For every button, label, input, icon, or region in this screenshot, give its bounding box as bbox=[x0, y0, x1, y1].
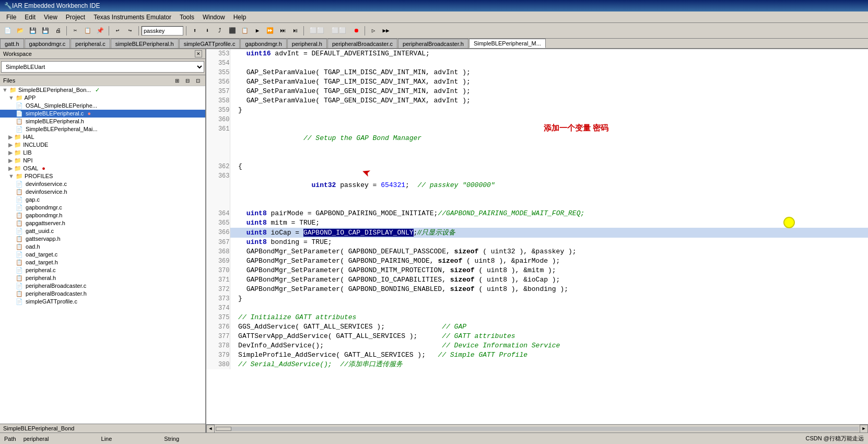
menu-view[interactable]: View bbox=[40, 13, 62, 22]
redo-button[interactable]: ↪ bbox=[124, 25, 136, 37]
tb-btn4[interactable]: ⬛ bbox=[227, 25, 238, 37]
tree-osal-file[interactable]: 📄 OSAL_SimpleBLEPeriphe... bbox=[0, 102, 205, 110]
workspace-header: Workspace ✕ bbox=[0, 49, 205, 59]
open-button[interactable]: 📂 bbox=[15, 25, 26, 37]
scroll-thumb[interactable] bbox=[216, 427, 231, 431]
tb-btn8[interactable]: ⏭ bbox=[277, 25, 288, 37]
status-right: CSDN @行稳万能走远 bbox=[806, 435, 864, 442]
tree-oad-target-c[interactable]: 📄 oad_target.c bbox=[0, 251, 205, 259]
include-folder-label: INCLUDE bbox=[23, 142, 48, 148]
files-icon-3[interactable]: ⊡ bbox=[194, 76, 202, 85]
app-title: IAR Embedded Workbench IDE bbox=[12, 2, 100, 9]
tree-simpleBLEPeripheral-c[interactable]: 📄 simpleBLEPeripheral.c ● bbox=[0, 110, 205, 118]
tree-simpleBLEPeripheral-mai[interactable]: 📄 SimpleBLEPeripheral_Mai... bbox=[0, 125, 205, 133]
tab-simpleBLEPeripheral-main[interactable]: SimpleBLEPeripheral_M... bbox=[469, 39, 546, 48]
sep4 bbox=[186, 26, 186, 36]
menu-help[interactable]: Help bbox=[229, 13, 251, 22]
tree-gapgattserver-h[interactable]: 📋 gapgattserver.h bbox=[0, 219, 205, 227]
code-area[interactable]: 353 uint16 advInt = DEFAULT_ADVERTISING_… bbox=[206, 49, 868, 424]
files-icon-1[interactable]: ⊞ bbox=[173, 76, 181, 85]
tab-simpleBLEPeripheral-h[interactable]: simpleBLEPeripheral.h bbox=[111, 39, 179, 48]
menu-window[interactable]: Window bbox=[198, 13, 229, 22]
paste-button[interactable]: 📌 bbox=[95, 25, 106, 37]
tree-gattservapp-h[interactable]: 📋 gattservapp.h bbox=[0, 235, 205, 243]
tree-oad-h[interactable]: 📋 oad.h bbox=[0, 243, 205, 251]
tab-peripheral-c[interactable]: peripheral.c bbox=[71, 39, 110, 48]
tree-peripheral-h[interactable]: 📋 peripheral.h bbox=[0, 274, 205, 282]
tb-btn6[interactable]: ▶ bbox=[252, 25, 263, 37]
tree-root[interactable]: ▼ 📁 SimpleBLEPeripheral_Bon... ✓ bbox=[0, 86, 205, 94]
scroll-track[interactable] bbox=[216, 427, 859, 431]
tb-btn10[interactable]: ⬜⬜ bbox=[307, 25, 327, 37]
tb-btn7[interactable]: ⏩ bbox=[264, 25, 276, 37]
tab-gapbondmgr-c[interactable]: gapbondmgr.c bbox=[25, 39, 71, 48]
tree-hal-folder[interactable]: ▶ 📁 HAL bbox=[0, 133, 205, 141]
tb-btn5[interactable]: 📋 bbox=[239, 25, 251, 37]
npi-folder-label: NPI bbox=[23, 157, 32, 163]
save-button[interactable]: 💾 bbox=[27, 25, 39, 37]
tab-peripheralBroadcaster-c[interactable]: peripheralBroadcaster.c bbox=[327, 39, 397, 48]
code-line-371: 371 GAPBondMgr_SetParameter( GAPBOND_IO_… bbox=[206, 275, 868, 285]
tab-peripheral-h[interactable]: peripheral.h bbox=[287, 39, 327, 48]
tree-devinfoservice-h[interactable]: 📋 devinfoservice.h bbox=[0, 188, 205, 196]
cut-button[interactable]: ✂ bbox=[69, 25, 81, 37]
tab-gatt-h[interactable]: gatt.h bbox=[0, 39, 24, 48]
app-folder-label: APP bbox=[24, 95, 36, 101]
tree-simpleBLEPeripheral-h[interactable]: 📋 simpleBLEPeripheral.h bbox=[0, 118, 205, 125]
line-label: Line bbox=[101, 436, 112, 442]
tb-btn11[interactable]: ⬜⬜ bbox=[329, 25, 349, 37]
menu-tools[interactable]: Tools bbox=[175, 13, 198, 22]
code-line-368: 368 GAPBondMgr_SetParameter( GAPBOND_DEF… bbox=[206, 247, 868, 256]
code-line-374: 374 bbox=[206, 303, 868, 313]
copy-button[interactable]: 📋 bbox=[82, 25, 93, 37]
menu-ti-emulator[interactable]: Texas Instruments Emulator bbox=[89, 13, 175, 22]
code-line-365: 365 uint8 mitm = TRUE; bbox=[206, 218, 868, 228]
search-input[interactable] bbox=[142, 26, 183, 36]
tree-npi-folder[interactable]: ▶ 📁 NPI bbox=[0, 157, 205, 165]
tb-btn13[interactable]: ▷ bbox=[368, 25, 379, 37]
tree-peripheralBroadcaster-c[interactable]: 📄 peripheralBroadcaster.c bbox=[0, 282, 205, 290]
tb-btn3[interactable]: ⤴ bbox=[214, 25, 226, 37]
workspace-close-button[interactable]: ✕ bbox=[195, 50, 202, 57]
scroll-left-button[interactable]: ◀ bbox=[206, 425, 215, 433]
tree-profiles-folder[interactable]: ▼ 📁 PROFILES bbox=[0, 172, 205, 180]
sep6 bbox=[365, 26, 365, 36]
tree-gap-c[interactable]: 📄 gap.c bbox=[0, 196, 205, 204]
tree-lib-folder[interactable]: ▶ 📁 LIB bbox=[0, 149, 205, 157]
sep5 bbox=[303, 26, 304, 36]
tree-simpleGATTprofile-c[interactable]: 📄 simpleGATTprofile.c bbox=[0, 298, 205, 306]
tree-peripheralBroadcaster-h[interactable]: 📋 peripheralBroadcaster.h bbox=[0, 290, 205, 298]
undo-button[interactable]: ↩ bbox=[112, 25, 123, 37]
files-icon-2[interactable]: ⊟ bbox=[183, 76, 192, 85]
workspace-selector[interactable]: SimpleBLEUart bbox=[1, 61, 204, 73]
menu-project[interactable]: Project bbox=[62, 13, 89, 22]
tb-btn2[interactable]: ⬇ bbox=[202, 25, 213, 37]
menu-file[interactable]: File bbox=[2, 13, 20, 22]
menu-edit[interactable]: Edit bbox=[20, 13, 40, 22]
tree-gatt-uuid-c[interactable]: 📄 gatt_uuid.c bbox=[0, 227, 205, 235]
tb-btn14[interactable]: ▶▶ bbox=[380, 25, 392, 37]
tree-app-folder[interactable]: ▼ 📁 APP bbox=[0, 94, 205, 102]
tb-btn9[interactable]: ⏯ bbox=[289, 25, 301, 37]
simpleBLEPeripheral-h-label: simpleBLEPeripheral.h bbox=[26, 118, 84, 124]
scroll-right-button[interactable]: ▶ bbox=[860, 425, 868, 433]
tree-gapbondmgr-c[interactable]: 📄 gapbondmgr.c bbox=[0, 204, 205, 212]
code-editor: 353 uint16 advInt = DEFAULT_ADVERTISING_… bbox=[206, 49, 868, 433]
workspace-bottom-label: SimpleBLEPeripheral_Bond bbox=[0, 424, 205, 433]
tb-btn12[interactable]: ⏺ bbox=[350, 25, 362, 37]
tree-osal-folder[interactable]: ▶ 📁 OSAL ● bbox=[0, 165, 205, 172]
tree-peripheral-c[interactable]: 📄 peripheral.c bbox=[0, 266, 205, 274]
tab-gapbondmgr-h[interactable]: gapbondmgr.h bbox=[240, 39, 286, 48]
tree-gapbondmgr-h[interactable]: 📋 gapbondmgr.h bbox=[0, 212, 205, 219]
tab-peripheralBroadcaster-h[interactable]: peripheralBroadcaster.h bbox=[398, 39, 468, 48]
tree-include-folder[interactable]: ▶ 📁 INCLUDE bbox=[0, 141, 205, 149]
horizontal-scrollbar[interactable]: ◀ ▶ bbox=[206, 424, 868, 433]
files-header: Files ⊞ ⊟ ⊡ bbox=[0, 75, 205, 86]
print-button[interactable]: 🖨 bbox=[52, 25, 64, 37]
new-button[interactable]: 📄 bbox=[2, 25, 14, 37]
tree-oad-target-h[interactable]: 📋 oad_target.h bbox=[0, 259, 205, 266]
tree-devinfoservice-c[interactable]: 📄 devinfoservice.c bbox=[0, 180, 205, 188]
tab-simpleGATTprofile-c[interactable]: simpleGATTprofile.c bbox=[179, 39, 240, 48]
save-all-button[interactable]: 💾 bbox=[40, 25, 51, 37]
tb-btn1[interactable]: ⬆ bbox=[189, 25, 201, 37]
